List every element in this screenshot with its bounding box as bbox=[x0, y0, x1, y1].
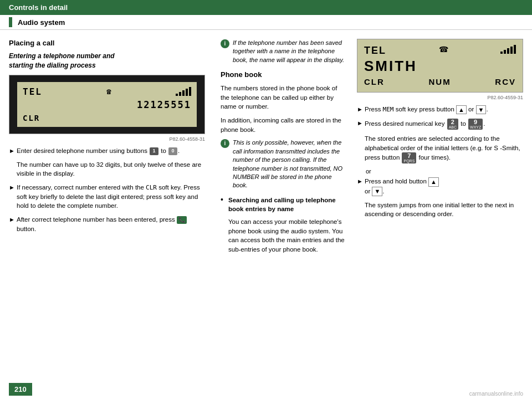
tel-rcv: RCV bbox=[495, 77, 516, 86]
phone-number: 12125551 bbox=[23, 99, 191, 110]
mid-bullet-title-text: Searching and calling up telephone book … bbox=[228, 197, 336, 213]
call-button-icon: 📞 bbox=[177, 216, 187, 224]
right-arrow-4: ► bbox=[357, 177, 365, 186]
mid-bullet-1-text: You can access your mobile telephone's p… bbox=[228, 217, 346, 254]
info-text-1: If the telephone number has been saved t… bbox=[233, 39, 346, 64]
bullet-item-1: ► Enter desired telephone number using b… bbox=[9, 146, 205, 156]
tel-signal-1 bbox=[500, 52, 503, 54]
num-key-9: 9 WXYZ bbox=[468, 119, 483, 130]
right-arrow-2: ► bbox=[357, 119, 365, 128]
info-icon-1: i bbox=[221, 39, 229, 48]
phone-book-title: Phone book bbox=[221, 70, 346, 80]
mid-bullet-dot: • bbox=[221, 196, 228, 214]
mem-text: MEM bbox=[383, 106, 394, 113]
signal-bar-4 bbox=[186, 89, 188, 96]
middle-column: i If the telephone number has been saved… bbox=[214, 39, 352, 396]
clr-code: CLR bbox=[146, 184, 157, 191]
mid-para-2: In addition, incoming calls are stored i… bbox=[221, 116, 346, 134]
bullet-arrow-2: ► bbox=[9, 183, 17, 211]
right-content-5: The system jumps from one initial letter… bbox=[365, 201, 523, 219]
mid-bullet-1: • Searching and calling up telephone boo… bbox=[221, 196, 346, 214]
phone-screen: TEL ☎ 12125551 CLR bbox=[17, 82, 197, 127]
tel-signal-2 bbox=[504, 50, 506, 54]
nav-up-btn-2[interactable]: ▲ bbox=[428, 177, 439, 186]
signal-bar-3 bbox=[182, 90, 185, 96]
tel-bottom-row: CLR NUM RCV bbox=[364, 77, 516, 86]
bullet-item-3: ► After correct telephone number has bee… bbox=[9, 215, 205, 233]
sub-header-text: Audio system bbox=[18, 18, 65, 27]
right-bullet-list-2: ► Press and hold button ▲ or ▼. The syst… bbox=[357, 177, 523, 219]
header-title: Controls in detail bbox=[9, 3, 68, 12]
placing-call-title: Placing a call bbox=[9, 39, 205, 47]
tel-phone-icon: ☎ bbox=[439, 45, 448, 54]
bullet-arrow-3: ► bbox=[9, 216, 17, 233]
watermark: carmanualsonline.info bbox=[469, 391, 523, 397]
bullet-item-2: ► If necessary, correct number entered w… bbox=[9, 183, 205, 211]
bullet-content-3: After correct telephone number has been … bbox=[17, 215, 205, 233]
bullet-arrow-1: ► bbox=[9, 147, 17, 156]
nav-up-btn[interactable]: ▲ bbox=[456, 105, 467, 114]
tel-num: NUM bbox=[428, 77, 451, 86]
signal-bar-5 bbox=[189, 87, 191, 96]
entering-number-subtitle: Entering a telephone number and starting… bbox=[9, 52, 205, 70]
phone-clr: CLR bbox=[23, 114, 191, 122]
right-bullet-2: ► Press desired numerical key 2 ABC to 9… bbox=[357, 119, 523, 130]
tel-clr: CLR bbox=[364, 77, 385, 86]
right-bullet-list: ► Press MEM soft key press button ▲ or ▼… bbox=[357, 105, 523, 163]
signal-bar-2 bbox=[179, 92, 181, 96]
tel-display: TEL ☎ SMITH CLR NUM RCV bbox=[357, 39, 523, 93]
bullet-content-1b: The number can have up to 32 digits, but… bbox=[17, 160, 205, 178]
info-box-1: i If the telephone number has been saved… bbox=[221, 39, 346, 64]
tel-signal-5 bbox=[514, 45, 516, 54]
tel-signal-3 bbox=[507, 48, 509, 54]
tel-signal-bars bbox=[500, 45, 516, 54]
page-number: 210 bbox=[9, 383, 32, 396]
phone-handset-icon: ☎ bbox=[106, 87, 111, 96]
nav-down-btn-2[interactable]: ▼ bbox=[372, 187, 382, 196]
tel-smith: SMITH bbox=[364, 58, 516, 75]
signal-bar-1 bbox=[176, 94, 178, 96]
left-column: Placing a call Entering a telephone numb… bbox=[9, 39, 214, 396]
left-img-label: P82.60-4558-31 bbox=[9, 136, 205, 142]
bullet-content-2: If necessary, correct number entered wit… bbox=[17, 183, 205, 211]
nav-down-btn[interactable]: ▼ bbox=[476, 105, 487, 114]
num-key-7: 7 PQRS bbox=[402, 152, 416, 163]
info-box-2: i This is only possible, however, when t… bbox=[221, 139, 346, 190]
header-bar: Controls in detail bbox=[0, 0, 532, 15]
tel-row1: TEL ☎ bbox=[364, 45, 516, 57]
right-content-1: Press MEM soft key press button ▲ or ▼. bbox=[365, 105, 488, 114]
bullet-content-1: Enter desired telephone number using but… bbox=[17, 146, 205, 156]
mid-bullet-title: Searching and calling up telephone book … bbox=[228, 196, 346, 214]
key-0: 0 bbox=[168, 147, 177, 155]
phone-display: TEL ☎ 12125551 CLR bbox=[9, 75, 205, 134]
info-text-2: This is only possible, however, when the… bbox=[233, 139, 346, 190]
sub-header: Audio system bbox=[0, 15, 532, 30]
num-key-2: 2 ABC bbox=[447, 119, 458, 130]
signal-bars bbox=[176, 87, 191, 96]
key-1: 1 bbox=[150, 147, 158, 155]
right-column: TEL ☎ SMITH CLR NUM RCV P82.60-4559-31 bbox=[352, 39, 523, 396]
right-arrow-1: ► bbox=[357, 105, 365, 114]
sub-header-indicator bbox=[9, 17, 12, 27]
info-icon-2: i bbox=[221, 139, 229, 148]
left-bullet-list: ► Enter desired telephone number using b… bbox=[9, 146, 205, 234]
mid-para-1: The numbers stored in the phone book of … bbox=[221, 84, 346, 111]
tel-img-label: P82.60-4559-31 bbox=[357, 95, 523, 100]
phone-tel-label: TEL bbox=[23, 86, 42, 97]
right-bullet-5: The system jumps from one initial letter… bbox=[357, 201, 523, 219]
tel-label: TEL bbox=[364, 45, 386, 57]
bullet-arrow-1b bbox=[9, 161, 17, 178]
right-content-4: Press and hold button ▲ or ▼. bbox=[365, 177, 439, 196]
phone-row1: TEL ☎ bbox=[23, 86, 191, 97]
right-bullet-1: ► Press MEM soft key press button ▲ or ▼… bbox=[357, 105, 523, 114]
footer: 210 carmanualsonline.info bbox=[0, 380, 532, 399]
or-text: or bbox=[357, 168, 523, 175]
right-bullet-3: The stored entries are selected accordin… bbox=[357, 134, 523, 163]
bullet-item-1b: The number can have up to 32 digits, but… bbox=[9, 160, 205, 178]
right-content-2: Press desired numerical key 2 ABC to 9 W… bbox=[365, 119, 485, 130]
main-content: Placing a call Entering a telephone numb… bbox=[0, 30, 532, 396]
tel-signal-4 bbox=[510, 47, 513, 54]
right-content-3: The stored entries are selected accordin… bbox=[365, 134, 523, 163]
right-bullet-4: ► Press and hold button ▲ or ▼. bbox=[357, 177, 523, 196]
